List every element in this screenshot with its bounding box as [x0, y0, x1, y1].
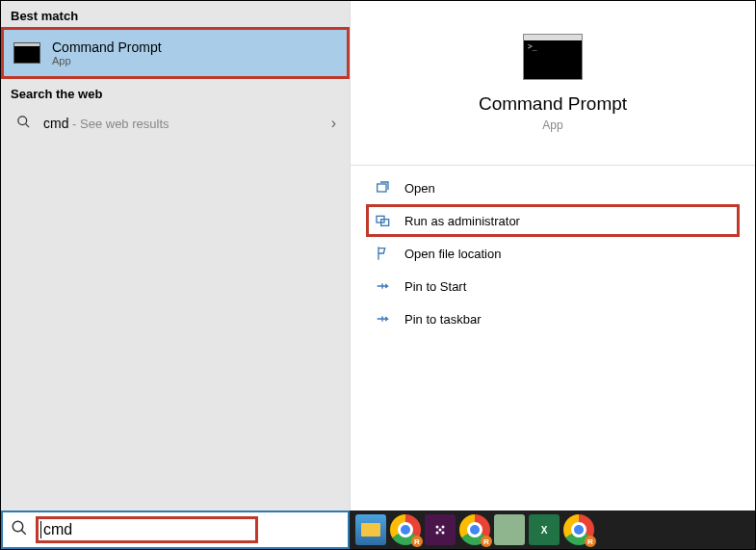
action-pin-start[interactable]: Pin to Start	[366, 270, 740, 302]
actions-list: Open Run as administrator Open file loca…	[351, 171, 755, 335]
svg-point-0	[17, 117, 26, 125]
search-web-header: Search the web	[1, 79, 350, 105]
result-subtitle: App	[52, 55, 162, 66]
detail-hero: Command Prompt App	[351, 1, 755, 142]
search-box[interactable]	[1, 511, 350, 549]
svg-point-7	[436, 526, 439, 529]
search-icon	[14, 115, 32, 132]
command-prompt-icon-large	[523, 34, 583, 80]
detail-panel: Command Prompt App Open Run as administr…	[350, 1, 755, 511]
excel-icon[interactable]: X	[529, 514, 560, 545]
best-match-result[interactable]: Command Prompt App	[1, 27, 350, 79]
action-label: Open file location	[404, 247, 501, 261]
best-match-header: Best match	[1, 1, 350, 27]
action-open[interactable]: Open	[366, 171, 740, 204]
result-title: Command Prompt	[52, 39, 162, 55]
slack-icon[interactable]	[425, 514, 456, 545]
result-text: Command Prompt App	[52, 39, 162, 66]
svg-point-9	[436, 532, 439, 535]
divider	[351, 165, 755, 166]
action-label: Pin to taskbar	[404, 312, 482, 327]
chevron-right-icon: ›	[331, 115, 336, 132]
detail-subtitle: App	[351, 118, 755, 132]
text-caret	[40, 521, 41, 538]
action-run-administrator[interactable]: Run as administrator	[366, 204, 740, 237]
web-result-text: cmd - See web results	[43, 116, 169, 131]
taskbar: R R X R	[350, 511, 755, 549]
chrome-icon-2[interactable]: R	[459, 514, 490, 545]
svg-point-8	[442, 526, 445, 529]
chrome-icon-3[interactable]: R	[563, 514, 594, 545]
action-label: Open	[404, 181, 435, 196]
action-label: Run as administrator	[404, 214, 520, 228]
bottom-bar: R R X R	[1, 511, 755, 549]
action-open-location[interactable]: Open file location	[366, 237, 740, 270]
action-label: Pin to Start	[404, 279, 466, 294]
pin-icon	[374, 310, 391, 327]
open-icon	[374, 179, 391, 196]
action-pin-taskbar[interactable]: Pin to taskbar	[366, 302, 740, 335]
file-explorer-icon[interactable]	[355, 514, 386, 545]
folder-icon	[374, 245, 391, 262]
svg-point-10	[442, 532, 445, 535]
pin-icon	[374, 277, 391, 295]
chrome-icon[interactable]: R	[390, 514, 421, 545]
command-prompt-icon	[13, 42, 40, 64]
svg-line-1	[25, 123, 29, 127]
shield-icon	[374, 212, 391, 229]
detail-title: Command Prompt	[351, 93, 755, 115]
svg-line-6	[21, 530, 26, 535]
svg-rect-2	[378, 184, 386, 192]
search-results-panel: Best match Command Prompt App Search the…	[1, 1, 350, 511]
search-input[interactable]	[43, 521, 236, 538]
svg-point-5	[13, 521, 23, 532]
web-search-result[interactable]: cmd - See web results ›	[1, 105, 350, 142]
app-icon[interactable]	[494, 514, 525, 545]
svg-point-11	[439, 529, 442, 532]
search-icon	[11, 519, 28, 540]
